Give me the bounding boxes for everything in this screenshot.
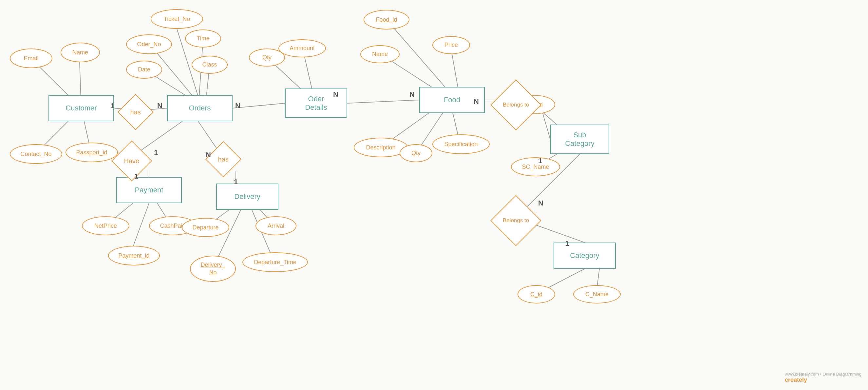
rel-has1: has — [118, 94, 154, 130]
attr-qty-food: Qty — [400, 144, 432, 162]
card-n-food-left: N — [409, 90, 415, 99]
entity-category: Category — [554, 242, 616, 269]
attr-passport-id: Passport_id — [65, 143, 118, 162]
card-1-customer-has: 1 — [111, 101, 114, 110]
attr-sc-name: SC_Name — [511, 157, 560, 176]
attr-time: Time — [185, 30, 221, 48]
attr-departure-time: Departure_Time — [242, 252, 308, 272]
card-1-belongs2-cat: 1 — [565, 239, 569, 248]
rel-belongs-to1: Belongs to — [490, 79, 541, 130]
card-n-oder-food: N — [333, 90, 338, 99]
attr-oder-no: Oder_No — [126, 34, 172, 54]
attr-price: Price — [432, 36, 470, 54]
entity-payment: Payment — [116, 177, 182, 203]
attr-departure: Departure — [182, 218, 229, 237]
attr-ticket-no: Ticket_No — [151, 9, 203, 29]
attr-payment-id: Payment_id — [108, 246, 160, 266]
attr-specification: Specification — [432, 134, 490, 154]
card-1-orders-have: 1 — [154, 148, 158, 157]
svg-line-14 — [347, 100, 419, 103]
attr-name-food: Name — [360, 45, 400, 63]
card-1-belongs1-sub: 1 — [538, 157, 542, 165]
er-diagram: Customer Orders OderDetails Food SubCate… — [0, 0, 868, 390]
card-n-food-belongs: N — [474, 97, 479, 106]
attr-c-id: C_id — [518, 285, 555, 303]
attr-name-customer: Name — [61, 42, 100, 62]
rel-has2: has — [205, 141, 241, 177]
attr-date: Date — [126, 61, 162, 79]
card-1-have-payment: 1 — [134, 172, 138, 181]
attr-c-name: C_Name — [573, 285, 621, 303]
card-n-has-orders: N — [157, 101, 162, 110]
watermark: www.creately.com • Online Diagramming cr… — [785, 372, 862, 384]
attr-netprice: NetPrice — [82, 216, 129, 235]
attr-ammount: Ammount — [278, 39, 326, 57]
attr-contact-no: Contact_No — [10, 144, 62, 164]
attr-delivery-no: Delivery_No — [190, 256, 236, 282]
entity-sub-category: SubCategory — [550, 124, 609, 154]
attr-arrival: Arrival — [255, 216, 297, 235]
attr-food-id: Food_id — [364, 10, 409, 30]
entity-orders: Orders — [167, 95, 232, 121]
card-n-sub-belongs2: N — [538, 199, 544, 207]
rel-belongs-to2: Belongs to — [490, 195, 541, 246]
entity-customer: Customer — [49, 95, 114, 121]
card-n-orders-oder: N — [235, 101, 241, 110]
svg-line-11 — [232, 103, 285, 108]
card-n-orders-has2: N — [206, 151, 211, 159]
attr-email: Email — [10, 49, 53, 68]
card-1-has2-delivery: 1 — [234, 178, 238, 186]
svg-line-33 — [133, 203, 149, 246]
attr-class: Class — [192, 56, 228, 74]
rel-have1: Have — [112, 141, 152, 181]
entity-delivery: Delivery — [216, 183, 278, 210]
